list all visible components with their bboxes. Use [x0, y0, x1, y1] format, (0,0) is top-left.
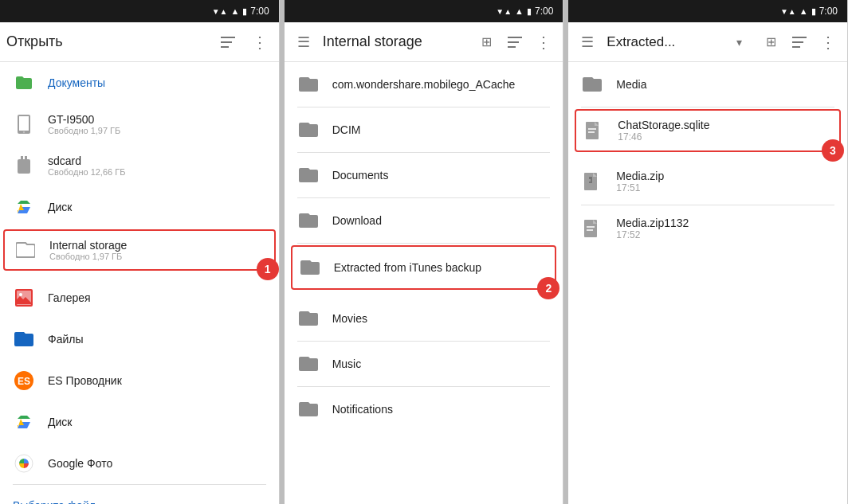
app-bar-2: ☰ Internal storage ⊞ ⋮ — [285, 22, 563, 62]
file-icon-chatstorage — [583, 119, 605, 142]
sidebar-item-disk1[interactable]: Диск — [0, 186, 279, 228]
more-button-1[interactable]: ⋮ — [247, 29, 273, 55]
badge-3: 3 — [822, 139, 844, 162]
status-icons-3: ▼▲ ▲ ▮ 7:00 — [780, 6, 838, 17]
list-item-media-zip[interactable]: Media.zip 17:51 — [568, 158, 847, 205]
chatstorage-time: 17:46 — [618, 131, 709, 143]
sdcard-text: sdcard Свободно 12,66 ГБ — [48, 154, 125, 177]
sdcard-name: sdcard — [48, 154, 125, 167]
sidebar-item-disk2[interactable]: Диск — [0, 401, 279, 443]
internal-storage-row: Internal storage Свободно 1,97 ГБ 1 — [3, 229, 276, 271]
es-icon: ES — [13, 369, 35, 392]
sidebar-item-gallery[interactable]: Галерея — [0, 277, 279, 318]
folder-icon-itunes — [299, 256, 321, 279]
sidebar-item-docs[interactable]: Документы — [0, 62, 279, 104]
download-name: Download — [332, 214, 382, 227]
movies-name: Movies — [332, 312, 367, 325]
panel-3: ▼▲ ▲ ▮ 7:00 ☰ Extracted... ▾ ⊞ ⋮ — [568, 0, 848, 504]
svg-text:ES: ES — [18, 376, 30, 387]
list-item-chatstorage[interactable]: ChatStorage.sqlite 17:46 — [575, 109, 841, 152]
status-bar-2: ▼▲ ▲ ▮ 7:00 — [285, 0, 563, 22]
sidebar-item-sdcard[interactable]: sdcard Свободно 12,66 ГБ — [0, 145, 279, 186]
status-time-2: 7:00 — [535, 6, 553, 17]
app-bar-1: Открыть ⋮ — [0, 22, 279, 62]
grid-button-2[interactable]: ⊞ — [473, 29, 499, 55]
sidebar-item-es[interactable]: ES ES Проводник — [0, 360, 279, 401]
list-item-documents[interactable]: Documents — [285, 153, 563, 197]
itunes-row: Extracted from iTunes backup 2 — [291, 245, 557, 290]
divider-media — [581, 107, 834, 107]
docs-text: Документы — [48, 76, 105, 89]
panel-1: ▼▲ ▲ ▮ 7:00 Открыть ⋮ Документы — [0, 0, 280, 504]
list-item-dcim[interactable]: DCIM — [285, 107, 563, 152]
es-text: ES Проводник — [48, 374, 122, 387]
svg-rect-18 — [792, 37, 807, 38]
signal-icon-3: ▼▲ — [780, 7, 796, 16]
documents-name: Documents — [332, 169, 389, 182]
cache-name: com.wondershare.mobilego_ACache — [332, 78, 516, 91]
more-button-2[interactable]: ⋮ — [531, 29, 556, 55]
select-name: Выберите файл — [13, 499, 96, 504]
svg-rect-26 — [591, 179, 592, 182]
menu-button-2[interactable]: ☰ — [291, 29, 316, 55]
folder-icon-download — [297, 209, 320, 232]
dropdown-button-3[interactable]: ▾ — [726, 29, 752, 55]
sdcard-icon — [13, 154, 35, 177]
sidebar-item-internal[interactable]: Internal storage Свободно 1,97 ГБ — [3, 229, 276, 271]
files-text: Файлы — [48, 333, 83, 346]
list-item-media-zip1132[interactable]: Media.zip1132 17:52 — [568, 205, 847, 252]
sort-button-2[interactable] — [502, 29, 528, 55]
itunes-name: Extracted from iTunes backup — [334, 261, 481, 274]
list-item-media-folder[interactable]: Media — [568, 62, 847, 107]
internal-sub: Свободно 1,97 ГБ — [49, 252, 127, 261]
file-list-2: com.wondershare.mobilego_ACache DCIM Doc… — [285, 62, 563, 504]
folder-icon-music — [297, 353, 320, 375]
svg-rect-6 — [18, 159, 30, 174]
disk1-text: Диск — [48, 201, 72, 213]
svg-rect-4 — [19, 116, 29, 131]
folder-icon-dcim — [297, 119, 320, 141]
files-name: Файлы — [48, 333, 83, 346]
dcim-name: DCIM — [332, 123, 361, 136]
status-icons-2: ▼▲ ▲ ▮ 7:00 — [496, 6, 553, 17]
signal-icon-1: ▼▲ — [212, 7, 228, 16]
sidebar-item-select[interactable]: Выберите файл — [0, 485, 279, 504]
sidebar-item-gt[interactable]: GT-I9500 Свободно 1,97 ГБ — [0, 104, 279, 145]
signal-icon-2: ▼▲ — [496, 7, 512, 16]
file-icon-media-zip1132 — [581, 217, 603, 240]
list-item-notifications[interactable]: Notifications — [285, 387, 563, 432]
battery-icon-2: ▮ — [527, 6, 532, 17]
svg-rect-8 — [25, 156, 27, 161]
more-button-3[interactable]: ⋮ — [815, 29, 841, 55]
folder-icon-movies — [297, 307, 320, 330]
app-bar-title-2: Internal storage — [323, 33, 468, 50]
list-item-itunes[interactable]: Extracted from iTunes backup — [291, 245, 557, 290]
sort-button-1[interactable] — [215, 29, 241, 55]
app-bar-title-3: Extracted... — [607, 34, 720, 50]
list-item-movies[interactable]: Movies — [285, 296, 563, 341]
notifications-name: Notifications — [332, 403, 393, 416]
list-item-download[interactable]: Download — [285, 198, 563, 243]
svg-rect-16 — [508, 41, 519, 43]
list-item-cache[interactable]: com.wondershare.mobilego_ACache — [285, 62, 563, 107]
gt-sub: Свободно 1,97 ГБ — [48, 126, 120, 135]
panel-2: ▼▲ ▲ ▮ 7:00 ☰ Internal storage ⊞ ⋮ — [285, 0, 564, 504]
sidebar-item-files[interactable]: Файлы — [0, 318, 279, 360]
menu-button-3[interactable]: ☰ — [575, 29, 600, 55]
sidebar-item-gphoto[interactable]: Google Фото — [0, 443, 279, 484]
select-text: Выберите файл — [13, 499, 96, 504]
sort-button-3[interactable] — [787, 29, 812, 55]
toolbar-icons-2: ⊞ ⋮ — [473, 29, 556, 55]
gphoto-text: Google Фото — [48, 457, 112, 470]
wifi-icon-3: ▲ — [799, 6, 808, 16]
svg-point-11 — [19, 293, 22, 296]
disk2-name: Диск — [48, 416, 72, 428]
status-bar-1: ▼▲ ▲ ▮ 7:00 — [0, 0, 279, 22]
svg-rect-25 — [589, 177, 592, 179]
zip-icon-media — [581, 170, 603, 193]
list-item-music[interactable]: Music — [285, 342, 563, 386]
grid-button-3[interactable]: ⊞ — [758, 29, 783, 55]
disk1-name: Диск — [48, 201, 72, 213]
sidebar-list: Документы GT-I9500 Свободно 1,97 ГБ sdca… — [0, 62, 279, 504]
chatstorage-name: ChatStorage.sqlite — [618, 119, 709, 131]
